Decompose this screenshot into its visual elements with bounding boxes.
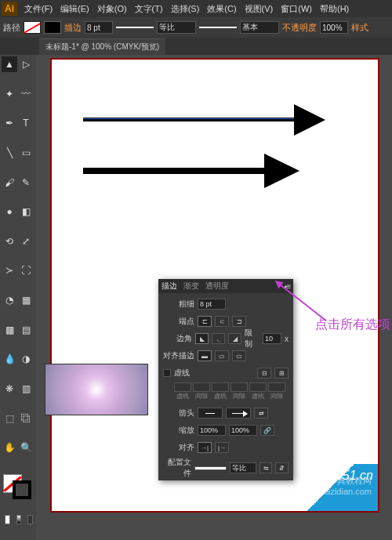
- arrow-shape[interactable]: [83, 168, 265, 174]
- dash-value-3[interactable]: [249, 382, 267, 392]
- brush-preview[interactable]: [199, 27, 237, 28]
- pencil-tool[interactable]: ✎: [18, 175, 34, 190]
- cap-projecting-button[interactable]: ⊐: [232, 316, 246, 327]
- arrow-shape-selected[interactable]: [83, 118, 295, 121]
- fill-swatch[interactable]: [24, 21, 41, 34]
- scale-end-input[interactable]: [229, 425, 257, 436]
- corner-round-button[interactable]: ◟: [212, 333, 225, 344]
- weight-label: 粗细: [163, 299, 194, 310]
- direct-selection-tool[interactable]: ▷: [18, 56, 34, 72]
- menu-type[interactable]: 文字(T): [135, 3, 163, 15]
- weight-input[interactable]: [198, 299, 226, 310]
- perspective-tool[interactable]: ▦: [18, 292, 34, 308]
- pen-tool[interactable]: ✒: [2, 115, 17, 131]
- menu-effect[interactable]: 效果(C): [207, 3, 236, 15]
- opacity-input[interactable]: [320, 21, 348, 34]
- opacity-label[interactable]: 不透明度: [282, 22, 317, 34]
- align-outside-button[interactable]: ▭: [232, 350, 246, 361]
- gap-value-1[interactable]: [193, 382, 210, 392]
- tools-panel: ▲ ▷ ✦ 〰 ✒ T ╲ ▭ 🖌 ✎ ● ◧ ⟲ ⤢ ≻ ⛶ ◔ ▦ ▩ ▤ …: [0, 55, 36, 540]
- style-label[interactable]: 样式: [351, 22, 368, 34]
- magic-wand-tool[interactable]: ✦: [2, 86, 17, 102]
- dash-value-1[interactable]: [174, 382, 191, 392]
- menu-object[interactable]: 对象(O): [97, 3, 127, 15]
- miter-limit-input[interactable]: [263, 333, 281, 344]
- profile-flip-x-button[interactable]: ⇋: [260, 462, 273, 473]
- panel-tab-gradient[interactable]: 渐变: [183, 281, 199, 292]
- rotate-tool[interactable]: ⟲: [2, 234, 17, 249]
- slice-tool[interactable]: ⿻: [18, 411, 34, 426]
- gap-value-3[interactable]: [268, 382, 285, 392]
- dash-label: 虚线: [174, 368, 190, 379]
- panel-tab-transparency[interactable]: 透明度: [205, 281, 229, 292]
- free-transform-tool[interactable]: ⛶: [18, 263, 34, 278]
- width-tool[interactable]: ≻: [2, 263, 17, 278]
- cap-round-button[interactable]: ⊂: [215, 316, 229, 327]
- arrowhead-label: 箭头: [163, 408, 194, 419]
- menu-view[interactable]: 视图(V): [245, 3, 274, 15]
- dash-align-button[interactable]: ⊞: [274, 368, 289, 379]
- color-mode-icon[interactable]: [5, 515, 10, 524]
- graph-tool[interactable]: ▥: [18, 381, 34, 397]
- scale-tool[interactable]: ⤢: [18, 234, 34, 249]
- line-tool[interactable]: ╲: [2, 145, 17, 161]
- rectangle-tool[interactable]: ▭: [18, 145, 34, 161]
- none-mode-icon[interactable]: [27, 515, 33, 524]
- dash-value-2[interactable]: [212, 382, 229, 392]
- type-tool[interactable]: T: [18, 115, 34, 131]
- artboard-tool[interactable]: ⬚: [2, 411, 17, 426]
- fill-stroke-control[interactable]: [2, 473, 33, 501]
- stroke-swatch[interactable]: [44, 21, 61, 34]
- mesh-tool[interactable]: ▩: [2, 322, 17, 338]
- align-inside-button[interactable]: ▭: [215, 350, 229, 361]
- align-center-button[interactable]: ▬: [198, 350, 212, 361]
- workspace: ▲ ▷ ✦ 〰 ✒ T ╲ ▭ 🖌 ✎ ● ◧ ⟲ ⤢ ≻ ⛶ ◔ ▦ ▩ ▤ …: [0, 55, 392, 540]
- cap-butt-button[interactable]: ⊏: [198, 316, 212, 327]
- brush-select[interactable]: [240, 21, 279, 34]
- scale-link-button[interactable]: 🔗: [260, 425, 274, 436]
- corner-bevel-button[interactable]: ◢: [228, 333, 241, 344]
- lasso-tool[interactable]: 〰: [18, 86, 34, 102]
- gradient-tool[interactable]: ▤: [18, 322, 34, 338]
- dash-preserve-button[interactable]: ⊟: [257, 368, 271, 379]
- paintbrush-tool[interactable]: 🖌: [2, 175, 17, 190]
- menu-select[interactable]: 选择(S): [171, 3, 200, 15]
- stroke-panel: 描边 渐变 透明度 ▪≡ 粗细 端点 ⊏ ⊂ ⊐: [158, 279, 293, 480]
- symbol-sprayer-tool[interactable]: ❋: [2, 381, 17, 397]
- corner-miter-button[interactable]: ◣: [195, 333, 209, 344]
- arrowhead-end-select[interactable]: [226, 408, 251, 419]
- panel-tab-stroke[interactable]: 描边: [162, 281, 177, 292]
- align-end-button[interactable]: |→: [215, 442, 229, 453]
- dash-checkbox[interactable]: [163, 369, 171, 377]
- shape-builder-tool[interactable]: ◔: [2, 292, 17, 308]
- variable-width-select[interactable]: [157, 21, 196, 34]
- menu-help[interactable]: 帮助(H): [320, 3, 349, 15]
- gradient-mode-icon[interactable]: [16, 515, 22, 524]
- menu-edit[interactable]: 编辑(E): [60, 3, 89, 15]
- eraser-tool[interactable]: ◧: [18, 204, 34, 219]
- scale-start-input[interactable]: [198, 425, 226, 436]
- stroke-label[interactable]: 描边: [64, 22, 82, 34]
- zoom-tool[interactable]: 🔍: [18, 440, 34, 455]
- blob-brush-tool[interactable]: ●: [2, 204, 17, 219]
- arrowhead-swap-button[interactable]: ⇄: [254, 408, 268, 419]
- profile-select[interactable]: [230, 462, 256, 473]
- arrowhead-align-label: 对齐: [163, 442, 194, 453]
- menu-file[interactable]: 文件(F): [24, 3, 53, 15]
- stroke-color-icon[interactable]: [13, 480, 31, 499]
- artboard[interactable]: 描边 渐变 透明度 ▪≡ 粗细 端点 ⊏ ⊂ ⊐: [50, 58, 379, 513]
- blend-tool[interactable]: ◑: [18, 351, 34, 367]
- hand-tool[interactable]: ✋: [2, 440, 17, 455]
- menu-window[interactable]: 窗口(W): [281, 3, 312, 15]
- align-tip-button[interactable]: →|: [198, 442, 212, 453]
- stroke-preview[interactable]: [116, 27, 154, 28]
- profile-preview[interactable]: [194, 466, 226, 470]
- stroke-weight-input[interactable]: [85, 21, 113, 34]
- arrowhead-start-select[interactable]: [198, 408, 223, 419]
- gap-value-2[interactable]: [230, 382, 248, 392]
- eyedropper-tool[interactable]: 💧: [2, 351, 17, 367]
- document-tab[interactable]: 未标题-1* @ 100% (CMYK/预览): [39, 38, 165, 55]
- panel-body: 粗细 端点 ⊏ ⊂ ⊐ 边角 ◣ ◟ ◢ 限制: [158, 293, 293, 480]
- selection-tool[interactable]: ▲: [2, 56, 17, 72]
- canvas-area[interactable]: 描边 渐变 透明度 ▪≡ 粗细 端点 ⊏ ⊂ ⊐: [36, 55, 392, 540]
